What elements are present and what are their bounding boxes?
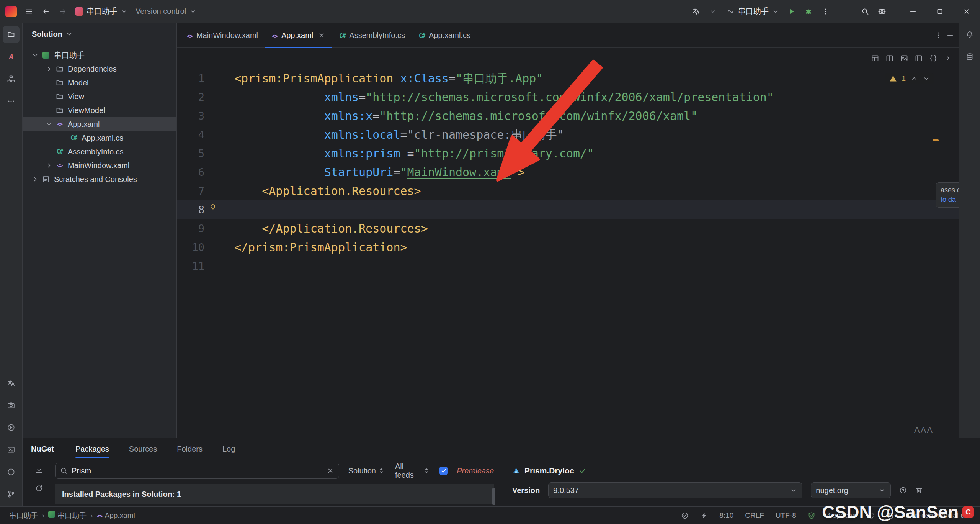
- filter-solution[interactable]: Solution: [348, 467, 385, 475]
- database-icon[interactable]: [961, 48, 978, 65]
- breadcrumb-App.xaml[interactable]: <>App.xaml: [97, 511, 135, 520]
- highlighting-level-icon[interactable]: [700, 512, 708, 519]
- hide-editor-icon[interactable]: [946, 31, 954, 39]
- tree-item-App.xaml[interactable]: <>App.xaml: [23, 117, 176, 131]
- tree-item-MainWindow.xaml[interactable]: <>MainWindow.xaml: [23, 159, 176, 172]
- tree-item-ViewModel[interactable]: ViewModel: [23, 103, 176, 117]
- editor-tab-App.xaml[interactable]: <>App.xaml: [265, 23, 332, 47]
- list-scrollbar[interactable]: [492, 488, 495, 505]
- terminal-icon[interactable]: [3, 441, 20, 458]
- prerelease-checkbox[interactable]: [439, 467, 448, 475]
- notifications-icon[interactable]: [961, 26, 978, 43]
- nuget-search-input[interactable]: Prism: [55, 463, 339, 479]
- navigate-forward-icon[interactable]: [54, 3, 71, 20]
- tree-item-Model[interactable]: Model: [23, 76, 176, 90]
- chevron-right-icon[interactable]: [43, 65, 55, 73]
- tab-options-icon[interactable]: [935, 31, 942, 39]
- code-view-icon[interactable]: [929, 54, 937, 62]
- clear-search-icon[interactable]: [327, 467, 334, 475]
- installed-packages-row[interactable]: Installed Packages in Solution: 1: [55, 484, 494, 504]
- chevron-right-icon[interactable]: [43, 162, 55, 169]
- translate-icon[interactable]: [3, 375, 20, 391]
- build-status-icon[interactable]: [681, 512, 689, 519]
- security-shield-icon[interactable]: [808, 512, 815, 519]
- more-tool-windows-icon[interactable]: [3, 93, 20, 110]
- translate-icon[interactable]: [688, 3, 704, 20]
- download-icon[interactable]: [32, 463, 46, 477]
- warning-triangle-icon: [889, 75, 897, 82]
- breadcrumb-串口助手[interactable]: 串口助手: [9, 511, 38, 521]
- intention-bulb-icon[interactable]: [209, 203, 217, 211]
- caret-position[interactable]: 8:10: [719, 511, 733, 520]
- code-editor[interactable]: 1<prism:PrismApplication x:Class="串口助手.A…: [177, 69, 959, 438]
- next-warning-icon[interactable]: [923, 75, 930, 82]
- nuget-tab-folders[interactable]: Folders: [177, 438, 203, 460]
- sidebar-view-icon[interactable]: [915, 54, 923, 62]
- preview-view-icon[interactable]: [900, 54, 908, 62]
- line-separator[interactable]: CRLF: [745, 511, 764, 520]
- popup-link-line2[interactable]: to da: [941, 195, 959, 205]
- chevron-right-icon[interactable]: [29, 175, 41, 183]
- aaa-overlay-text: AAA: [914, 425, 933, 435]
- solution-panel-title: Solution: [32, 30, 62, 39]
- chevron-down-icon[interactable]: [29, 51, 41, 59]
- solution-folder-icon[interactable]: [3, 26, 20, 43]
- nuget-tab-packages[interactable]: Packages: [75, 438, 109, 460]
- nuget-tab-log[interactable]: Log: [222, 438, 235, 460]
- settings-gear-icon[interactable]: [874, 3, 890, 20]
- editor-tab-MainWindow.xaml[interactable]: <>MainWindow.xaml: [180, 23, 265, 47]
- tree-item-串口助手[interactable]: 串口助手: [23, 48, 176, 62]
- chevron-down-icon: [189, 8, 197, 15]
- rider-logo: [5, 6, 17, 17]
- tree-item-AssemblyInfo.cs[interactable]: C#AssemblyInfo.cs: [23, 145, 176, 159]
- editor-tab-AssemblyInfo.cs[interactable]: C#AssemblyInfo.cs: [332, 23, 412, 47]
- tree-item-Dependencies[interactable]: Dependencies: [23, 62, 176, 76]
- inspections-widget[interactable]: 1: [885, 73, 934, 84]
- prerelease-label[interactable]: Prerelease: [457, 467, 494, 475]
- ai-assistant-icon[interactable]: A: [3, 48, 20, 65]
- filter-all-feeds[interactable]: All feeds: [395, 462, 430, 480]
- help-icon[interactable]: [899, 486, 907, 494]
- editor-tab-App.xaml.cs[interactable]: C#App.xaml.cs: [412, 23, 477, 47]
- window-maximize-button[interactable]: [926, 0, 953, 23]
- close-tab-icon[interactable]: [318, 31, 325, 39]
- version-control-widget[interactable]: Version control: [132, 3, 201, 20]
- chevron-down-icon[interactable]: [704, 3, 721, 20]
- git-icon[interactable]: [3, 486, 20, 503]
- prev-warning-icon[interactable]: [910, 75, 918, 82]
- file-encoding[interactable]: UTF-8: [776, 511, 796, 520]
- structure-icon[interactable]: [3, 70, 20, 87]
- breadcrumb-串口助手[interactable]: 串口助手: [48, 511, 87, 521]
- debug-button[interactable]: [800, 3, 817, 20]
- solution-panel-header[interactable]: Solution: [23, 23, 176, 45]
- version-dropdown[interactable]: 9.0.537: [548, 482, 802, 498]
- main-menu-icon[interactable]: [21, 3, 38, 20]
- refresh-icon[interactable]: [32, 481, 46, 495]
- tree-item-Scratches and Consoles[interactable]: Scratches and Consoles: [23, 172, 176, 186]
- nuget-tab-sources[interactable]: Sources: [129, 438, 157, 460]
- tree-item-App.xaml.cs[interactable]: C#App.xaml.cs: [23, 131, 176, 145]
- startup-uri-link[interactable]: MainWindow.xaml: [407, 165, 511, 179]
- split-view-icon[interactable]: [886, 54, 893, 62]
- scrollbar-warning-mark[interactable]: [933, 139, 939, 141]
- run-config-icon: [727, 8, 735, 15]
- chevron-down-icon[interactable]: [43, 120, 55, 128]
- chevron-down-icon: [790, 486, 797, 494]
- uninstall-trash-icon[interactable]: [915, 486, 923, 494]
- window-close-button[interactable]: [953, 0, 980, 23]
- chevron-right-icon[interactable]: [944, 54, 952, 62]
- services-run-icon[interactable]: [3, 419, 20, 436]
- navigate-back-icon[interactable]: [38, 3, 54, 20]
- project-widget[interactable]: 串口助手: [71, 3, 132, 20]
- tree-item-View[interactable]: View: [23, 90, 176, 103]
- screenshot-icon[interactable]: [3, 397, 20, 414]
- xaml-icon: <>: [55, 121, 65, 127]
- run-button[interactable]: [783, 3, 800, 20]
- window-minimize-button[interactable]: [900, 0, 926, 23]
- layout-view-icon[interactable]: [871, 54, 879, 62]
- run-configuration-widget[interactable]: 串口助手: [724, 3, 783, 20]
- search-everywhere-icon[interactable]: [857, 3, 874, 20]
- feed-dropdown[interactable]: nuget.org: [811, 482, 891, 498]
- problems-icon[interactable]: [3, 463, 20, 480]
- more-actions-icon[interactable]: [817, 3, 834, 20]
